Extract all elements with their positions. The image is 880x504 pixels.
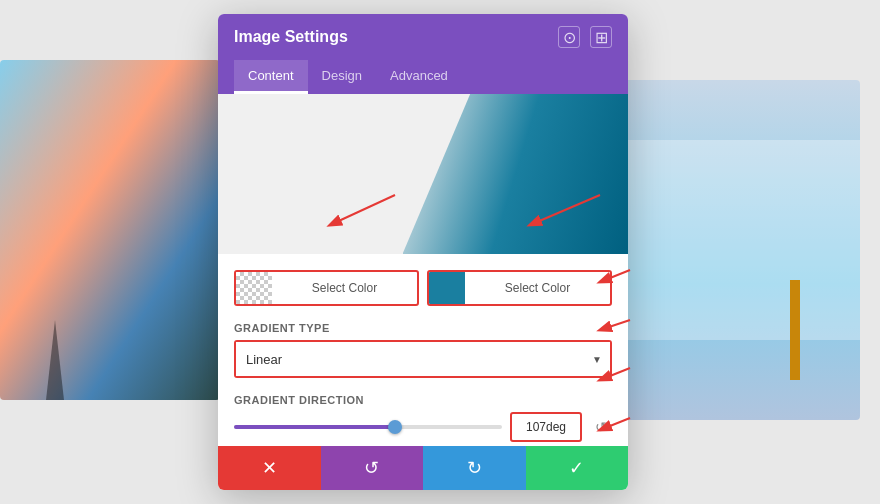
save-button[interactable]: ✓ xyxy=(526,446,629,490)
gradient-direction-label: Gradient Direction xyxy=(234,394,612,406)
color-swatch-right xyxy=(429,272,465,304)
color-picker-left-label: Select Color xyxy=(272,281,417,295)
gradient-direction-thumb[interactable] xyxy=(388,420,402,434)
gradient-type-select[interactable]: Linear Radial xyxy=(236,342,610,376)
panel-toolbar: ✕ ↺ ↻ ✓ xyxy=(218,446,628,490)
gradient-direction-reset[interactable]: ↺ xyxy=(590,416,612,438)
gradient-preview xyxy=(218,94,628,254)
undo-button[interactable]: ↺ xyxy=(321,446,424,490)
gradient-type-label: Gradient Type xyxy=(234,322,612,334)
grid-icon[interactable]: ⊞ xyxy=(590,26,612,48)
accent-bar xyxy=(790,280,800,380)
color-picker-right-label: Select Color xyxy=(465,281,610,295)
panel-header: Image Settings ⊙ ⊞ xyxy=(218,14,628,60)
gradient-direction-row: Gradient Direction 107deg ↺ xyxy=(234,394,612,442)
gradient-type-field: Gradient Type Linear Radial ▼ xyxy=(234,322,612,378)
color-picker-right[interactable]: Select Color xyxy=(427,270,612,306)
color-pickers-row: Select Color Select Color xyxy=(234,270,612,306)
settings-icon[interactable]: ⊙ xyxy=(558,26,580,48)
gradient-direction-controls: 107deg ↺ xyxy=(234,412,612,442)
panel-header-icons: ⊙ ⊞ xyxy=(558,26,612,48)
tab-advanced[interactable]: Advanced xyxy=(376,60,462,94)
color-picker-left[interactable]: Select Color xyxy=(234,270,419,306)
save-icon: ✓ xyxy=(569,457,584,479)
gradient-direction-track[interactable] xyxy=(234,425,502,429)
panel-title: Image Settings xyxy=(234,28,348,46)
gradient-direction-value[interactable]: 107deg xyxy=(510,412,582,442)
panel-content: Select Color Select Color Gradient Type … xyxy=(218,94,628,446)
redo-icon: ↻ xyxy=(467,457,482,479)
tab-content[interactable]: Content xyxy=(234,60,308,94)
image-settings-panel: Image Settings ⊙ ⊞ Content Design Advanc… xyxy=(218,14,628,490)
gradient-direction-fill xyxy=(234,425,395,429)
color-swatch-left xyxy=(236,272,272,304)
redo-button[interactable]: ↻ xyxy=(423,446,526,490)
undo-icon: ↺ xyxy=(364,457,379,479)
bg-right-image xyxy=(600,80,860,420)
form-section: Select Color Select Color Gradient Type … xyxy=(218,254,628,446)
gradient-type-select-wrapper: Linear Radial ▼ xyxy=(234,340,612,378)
preview-gradient-overlay xyxy=(403,94,629,254)
bg-left-image xyxy=(0,60,220,400)
tab-design[interactable]: Design xyxy=(308,60,376,94)
panel-tabs: Content Design Advanced xyxy=(218,60,628,94)
cancel-button[interactable]: ✕ xyxy=(218,446,321,490)
cancel-icon: ✕ xyxy=(262,457,277,479)
